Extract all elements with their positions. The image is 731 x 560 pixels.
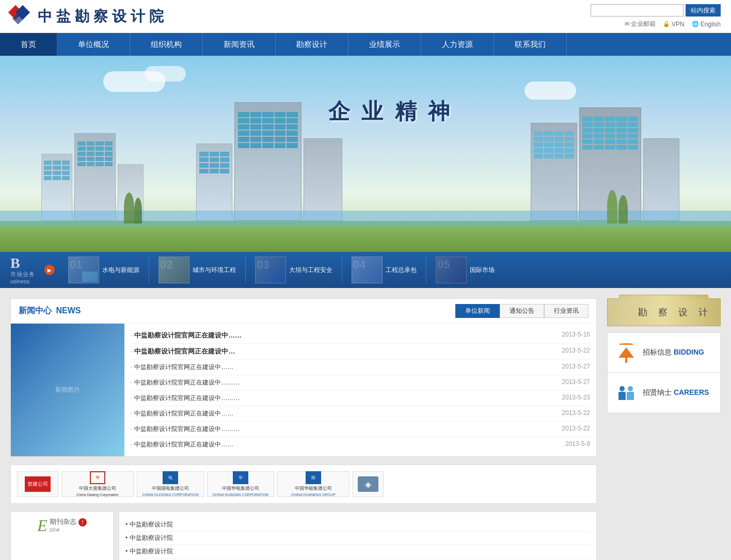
- partners-section: 资建公司 华 中国大唐集团公司China Datang Corporation …: [10, 465, 597, 504]
- news-item-1-text: 中盐勘察设计院官网正在建设中……: [134, 331, 242, 339]
- news-item-4-date: 2013-5-27: [562, 378, 590, 387]
- kc-title: 勘 察 设 计: [638, 307, 712, 317]
- partner-6[interactable]: ◈: [353, 471, 384, 497]
- ezine-section: E 期刊杂志 zine !: [10, 511, 114, 560]
- search-input[interactable]: [591, 4, 684, 17]
- main-content: 新闻中心 NEWS 单位新闻 通知公告 行业资讯 新闻图片 ·中盐勘察设计院官网…: [0, 288, 731, 560]
- nav-about[interactable]: 单位概况: [57, 33, 130, 56]
- news-item-8[interactable]: ·中盐勘察设计院官网正在建设中…… 2013-5-9: [131, 437, 590, 452]
- careers-text: 招贤纳士 CAREERS: [643, 388, 709, 397]
- news-item-4-text: 中盐勘察设计院官网正在建设中………: [134, 379, 240, 386]
- ezine-text: 期刊杂志: [50, 517, 76, 526]
- biz-label-cn: 市场业务: [10, 270, 35, 278]
- careers-link[interactable]: 招贤纳士 CAREERS: [608, 373, 720, 413]
- news-item-7-text: 中盐勘察设计院官网正在建设中………: [134, 425, 240, 433]
- news-item-8-text: 中盐勘察设计院官网正在建设中……: [134, 441, 233, 448]
- kc-header: 勘 察 设 计: [607, 298, 721, 326]
- news-image: 新闻图片: [11, 324, 124, 456]
- vpn-label: VPN: [672, 21, 685, 28]
- news-body: 新闻图片 ·中盐勘察设计院官网正在建设中…… 2013-5-16 ·中盐勘察设计…: [11, 324, 596, 456]
- biz-item-4[interactable]: 04 工程总承包: [342, 257, 426, 283]
- content-right: 勘 察 设 计 招标信息 BIDDING: [607, 298, 721, 560]
- partner-2[interactable]: 华 中国大唐集团公司China Datang Corporation: [61, 471, 134, 497]
- news-tabs: 单位新闻 通知公告 行业资讯: [455, 304, 589, 318]
- news-item-1-date: 2013-5-16: [562, 331, 590, 340]
- more-link-2[interactable]: 中盐勘察设计院: [125, 532, 590, 545]
- email-link[interactable]: ✉ 企业邮箱: [625, 20, 656, 28]
- bidding-link[interactable]: 招标信息 BIDDING: [608, 333, 720, 373]
- news-item-5[interactable]: ·中盐勘察设计院官网正在建设中……… 2013-5-23: [131, 391, 590, 406]
- business-bar: B 市场业务 usiness ▶ 01 水电与新能源 02 城市与环境工程 03…: [0, 252, 731, 288]
- nav-org[interactable]: 组织机构: [130, 33, 203, 56]
- nav-projects[interactable]: 业绩展示: [348, 33, 421, 56]
- nav-survey[interactable]: 勘察设计: [276, 33, 348, 56]
- news-item-3[interactable]: ·中盐勘察设计院官网正在建设中…… 2013-5-27: [131, 360, 590, 375]
- english-link[interactable]: 🌐 English: [692, 20, 721, 28]
- news-item-6[interactable]: ·中盐勘察设计院官网正在建设中…… 2013-5-22: [131, 406, 590, 422]
- news-item-5-text: 中盐勘察设计院官网正在建设中………: [134, 394, 240, 402]
- biz-item-3[interactable]: 03 大坝与工程安全: [246, 257, 342, 283]
- news-tab-unit[interactable]: 单位新闻: [455, 304, 500, 318]
- lang-icon: 🌐: [692, 21, 699, 27]
- more-links-section: 中盐勘察设计院 中盐勘察设计院 中盐勘察设计院: [119, 511, 597, 560]
- news-item-7[interactable]: ·中盐勘察设计院官网正在建设中……… 2013-5-22: [131, 422, 590, 437]
- email-label: 企业邮箱: [631, 20, 656, 28]
- nav-home[interactable]: 首页: [0, 33, 57, 56]
- more-link-3[interactable]: 中盐勘察设计院: [125, 545, 590, 558]
- news-tab-industry[interactable]: 行业资讯: [544, 304, 589, 318]
- careers-icon: [615, 381, 638, 404]
- logo-area: 中盐勘察设计院: [10, 6, 168, 27]
- search-button[interactable]: 站内搜索: [686, 4, 721, 17]
- biz-label: B 市场业务 usiness: [10, 256, 35, 284]
- nav-news[interactable]: 新闻资讯: [203, 33, 276, 56]
- logo-icon: [10, 6, 34, 27]
- biz-item-1-label: 水电与新能源: [102, 266, 139, 275]
- biz-item-3-label: 大坝与工程安全: [289, 266, 332, 275]
- news-item-2[interactable]: ·中盐勘察设计院官网正在建设中… 2013-5-22: [131, 344, 590, 360]
- news-item-8-date: 2013-5-9: [565, 440, 590, 449]
- news-item-6-date: 2013-5-22: [562, 409, 590, 418]
- news-item-3-text: 中盐勘察设计院官网正在建设中……: [134, 363, 233, 371]
- hero-slogan: 企 业 精 神: [328, 97, 453, 126]
- nav-hr[interactable]: 人力资源: [421, 33, 494, 56]
- hero-banner: 企 业 精 神: [0, 56, 731, 252]
- biz-item-5-label: 国际市场: [470, 266, 495, 275]
- news-item-2-text: 中盐勘察设计院官网正在建设中…: [134, 347, 235, 355]
- more-link-1[interactable]: 中盐勘察设计院: [125, 518, 590, 532]
- biz-item-2-label: 城市与环境工程: [193, 266, 236, 275]
- bottom-left-section: E 期刊杂志 zine ! 中盐勘察设计院 中盐勘察设计院 中盐勘察设计院: [10, 511, 597, 560]
- partner-4[interactable]: 华 中国华电集团公司CHINA HUADIAN CORPORATION: [207, 471, 274, 497]
- news-item-7-date: 2013-5-22: [562, 425, 590, 434]
- partner-1[interactable]: 资建公司: [17, 471, 58, 497]
- news-item-2-date: 2013-5-22: [562, 347, 590, 356]
- news-item-6-text: 中盐勘察设计院官网正在建设中……: [134, 410, 233, 417]
- header: 中盐勘察设计院 站内搜索 ✉ 企业邮箱 🔒 VPN 🌐 English: [0, 0, 731, 33]
- news-header: 新闻中心 NEWS 单位新闻 通知公告 行业资讯: [11, 299, 596, 324]
- news-item-4[interactable]: ·中盐勘察设计院官网正在建设中……… 2013-5-27: [131, 375, 590, 391]
- news-dot: ·: [131, 332, 132, 339]
- header-right: 站内搜索 ✉ 企业邮箱 🔒 VPN 🌐 English: [591, 4, 721, 28]
- biz-label-en: usiness: [10, 278, 35, 284]
- news-tab-notice[interactable]: 通知公告: [500, 304, 544, 318]
- partner-3[interactable]: 电 中国国电集团公司CHINA GUODIAN CORPORATION: [137, 471, 204, 497]
- right-panel: 勘 察 设 计 招标信息 BIDDING: [607, 298, 721, 413]
- news-item-1[interactable]: ·中盐勘察设计院官网正在建设中…… 2013-5-16: [131, 328, 590, 344]
- nav: 首页 单位概况 组织机构 新闻资讯 勘察设计 业绩展示 人力资源 联系我们: [0, 33, 731, 56]
- biz-item-1[interactable]: 01 水电与新能源: [59, 257, 149, 283]
- bidding-icon: [615, 341, 638, 364]
- news-item-3-date: 2013-5-27: [562, 363, 590, 372]
- kc-links: 招标信息 BIDDING 招贤纳士 CAREERS: [607, 332, 721, 413]
- biz-item-2[interactable]: 02 城市与环境工程: [149, 257, 246, 283]
- biz-arrow[interactable]: ▶: [44, 265, 55, 275]
- english-label: English: [701, 21, 721, 28]
- search-bar: 站内搜索: [591, 4, 721, 17]
- biz-item-5[interactable]: 05 国际市场: [426, 257, 504, 283]
- vpn-link[interactable]: 🔒 VPN: [663, 20, 685, 28]
- news-section-title: 新闻中心 NEWS: [19, 306, 81, 316]
- logo-title: 中盐勘察设计院: [38, 7, 168, 26]
- partner-5[interactable]: 能 中国华能集团公司CHINA HUANENG GROUP: [277, 471, 349, 497]
- nav-contact[interactable]: 联系我们: [494, 33, 567, 56]
- header-links: ✉ 企业邮箱 🔒 VPN 🌐 English: [625, 20, 721, 28]
- ezine-logo: E: [37, 517, 47, 534]
- news-section: 新闻中心 NEWS 单位新闻 通知公告 行业资讯 新闻图片 ·中盐勘察设计院官网…: [10, 298, 597, 457]
